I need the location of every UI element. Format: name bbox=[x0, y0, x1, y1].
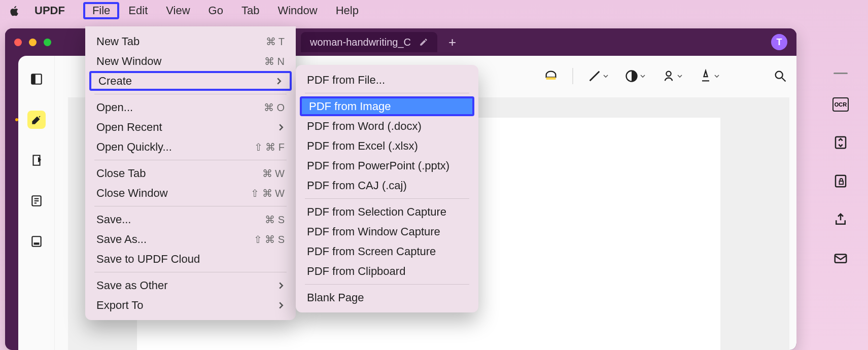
menu-help[interactable]: Help bbox=[327, 3, 368, 19]
create-submenu-item[interactable]: PDF from File... bbox=[300, 70, 474, 90]
menu-item-label: Save As... bbox=[96, 233, 247, 246]
menu-item-label: PDF from Image bbox=[309, 100, 465, 113]
new-tab-button[interactable]: + bbox=[443, 34, 461, 50]
menu-go[interactable]: Go bbox=[199, 3, 232, 19]
menu-edit[interactable]: Edit bbox=[119, 3, 157, 19]
menu-item-shortcut: ⇧ ⌘ S bbox=[254, 233, 285, 246]
edit-text-icon[interactable] bbox=[27, 151, 46, 169]
chevron-down-icon bbox=[640, 74, 645, 79]
create-submenu-item[interactable]: Blank Page bbox=[300, 288, 474, 307]
menu-item-label: PDF from Window Capture bbox=[307, 225, 467, 238]
line-tool[interactable] bbox=[585, 67, 610, 85]
stamp-tool[interactable] bbox=[659, 67, 684, 85]
app-name[interactable]: UPDF bbox=[34, 4, 65, 17]
file-menu-item[interactable]: Save to UPDF Cloud bbox=[89, 249, 292, 269]
signature-tool[interactable] bbox=[697, 67, 721, 85]
file-menu-item[interactable]: Close Tab⌘ W bbox=[89, 163, 292, 183]
macos-menubar: UPDF File Edit View Go Tab Window Help bbox=[0, 0, 868, 21]
file-menu-item[interactable]: New Window⌘ N bbox=[89, 51, 292, 71]
svg-rect-1 bbox=[31, 74, 36, 84]
create-submenu-item[interactable]: PDF from Word (.docx) bbox=[300, 116, 474, 136]
menu-item-label: Save... bbox=[96, 213, 258, 226]
menu-item-label: Close Window bbox=[96, 187, 244, 200]
ocr-button[interactable]: OCR bbox=[832, 97, 849, 112]
chevron-down-icon bbox=[677, 74, 682, 79]
file-menu-item[interactable]: Save As...⇧ ⌘ S bbox=[89, 229, 292, 249]
menu-item-label: PDF from File... bbox=[307, 74, 467, 87]
menu-item-label: Open... bbox=[96, 101, 257, 114]
svg-rect-8 bbox=[546, 77, 556, 80]
chevron-right-icon bbox=[277, 282, 285, 289]
menu-item-label: PDF from Selection Capture bbox=[307, 205, 467, 219]
file-menu-item[interactable]: Open Quickly...⇧ ⌘ F bbox=[89, 137, 292, 157]
file-menu-item[interactable]: New Tab⌘ T bbox=[89, 31, 292, 51]
create-submenu-item[interactable]: PDF from CAJ (.caj) bbox=[300, 176, 474, 195]
close-window-button[interactable] bbox=[14, 39, 22, 46]
minimize-window-button[interactable] bbox=[29, 39, 37, 46]
create-submenu-item[interactable]: PDF from Excel (.xlsx) bbox=[300, 136, 474, 156]
thumbnails-panel-icon[interactable] bbox=[27, 70, 46, 88]
menu-tab[interactable]: Tab bbox=[232, 3, 268, 19]
convert-button[interactable] bbox=[833, 135, 848, 150]
highlighter-tool-icon[interactable] bbox=[27, 111, 46, 129]
menu-file[interactable]: File bbox=[83, 2, 119, 19]
highlight-color-tool[interactable] bbox=[542, 67, 560, 85]
collapse-rail-icon[interactable] bbox=[834, 73, 848, 74]
protect-button[interactable] bbox=[833, 173, 848, 189]
menu-item-label: Open Recent bbox=[96, 121, 270, 134]
chevron-down-icon bbox=[603, 74, 608, 79]
apple-logo-icon[interactable] bbox=[9, 5, 20, 16]
zoom-window-button[interactable] bbox=[44, 39, 51, 46]
chevron-right-icon bbox=[275, 78, 283, 85]
menu-item-label: PDF from Clipboard bbox=[307, 265, 467, 278]
svg-line-13 bbox=[782, 78, 786, 82]
menu-window[interactable]: Window bbox=[268, 3, 326, 19]
menu-item-label: Open Quickly... bbox=[96, 141, 247, 154]
file-menu-item[interactable]: Open...⌘ O bbox=[89, 97, 292, 117]
create-submenu: PDF from File...PDF from ImagePDF from W… bbox=[296, 65, 478, 312]
menu-item-label: Close Tab bbox=[96, 167, 255, 180]
file-menu-item[interactable]: Open Recent bbox=[89, 117, 292, 137]
mail-button[interactable] bbox=[833, 251, 848, 266]
menu-item-label: PDF from CAJ (.caj) bbox=[307, 179, 467, 192]
create-submenu-item[interactable]: PDF from Screen Capture bbox=[300, 241, 474, 261]
document-tab[interactable]: woman-handwriting_C bbox=[301, 32, 437, 52]
right-rail: OCR bbox=[826, 73, 855, 266]
create-submenu-item[interactable]: PDF from Window Capture bbox=[300, 222, 474, 241]
menu-item-shortcut: ⌘ T bbox=[266, 36, 285, 48]
menu-view[interactable]: View bbox=[157, 3, 199, 19]
file-menu-item[interactable]: Save as Other bbox=[89, 275, 292, 295]
share-button[interactable] bbox=[833, 212, 848, 227]
file-menu-separator bbox=[94, 94, 287, 94]
menu-item-label: Blank Page bbox=[307, 291, 467, 304]
create-submenu-separator bbox=[305, 93, 469, 93]
chevron-right-icon bbox=[277, 302, 285, 309]
svg-line-9 bbox=[590, 72, 600, 81]
create-submenu-separator bbox=[305, 198, 469, 199]
avatar-initial: T bbox=[777, 37, 782, 48]
file-menu-item[interactable]: Save...⌘ S bbox=[89, 209, 292, 229]
svg-rect-17 bbox=[835, 255, 847, 263]
create-submenu-item[interactable]: PDF from Clipboard bbox=[300, 261, 474, 281]
rename-tab-icon[interactable] bbox=[419, 38, 428, 47]
create-submenu-item[interactable]: PDF from Image bbox=[300, 96, 474, 116]
svg-point-12 bbox=[776, 72, 783, 79]
chevron-down-icon bbox=[714, 74, 719, 79]
svg-rect-6 bbox=[32, 236, 41, 247]
window-controls bbox=[14, 39, 51, 46]
create-submenu-item[interactable]: PDF from Selection Capture bbox=[300, 202, 474, 222]
user-avatar[interactable]: T bbox=[771, 34, 787, 50]
menu-item-label: PDF from Screen Capture bbox=[307, 245, 467, 258]
file-menu-item[interactable]: Close Window⇧ ⌘ W bbox=[89, 183, 292, 203]
pages-panel-icon[interactable] bbox=[27, 192, 46, 210]
menu-item-label: PDF from Excel (.xlsx) bbox=[307, 139, 467, 153]
search-button[interactable] bbox=[771, 67, 789, 85]
forms-tool-icon[interactable] bbox=[27, 232, 46, 251]
file-menu-item[interactable]: Export To bbox=[89, 295, 292, 315]
create-submenu-item[interactable]: PDF from PowerPoint (.pptx) bbox=[300, 156, 474, 176]
file-menu-item[interactable]: Create bbox=[89, 71, 292, 91]
svg-rect-16 bbox=[840, 181, 844, 184]
menu-item-label: Export To bbox=[96, 299, 270, 312]
left-sidebar bbox=[18, 56, 55, 350]
opacity-tool[interactable] bbox=[622, 67, 647, 85]
